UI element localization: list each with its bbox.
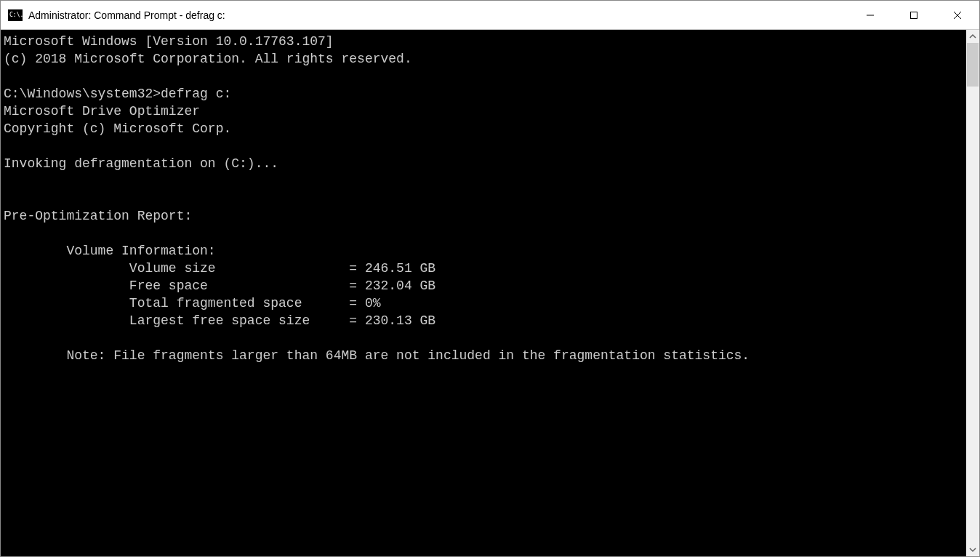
chevron-down-icon <box>969 546 976 553</box>
cmd-icon: C:\. <box>8 9 23 21</box>
close-icon <box>953 11 962 20</box>
maximize-icon <box>909 11 918 20</box>
terminal-line: Largest free space size = 230.13 GB <box>4 313 435 328</box>
terminal-line: Pre-Optimization Report: <box>4 209 192 223</box>
scrollbar-down-button[interactable] <box>966 543 979 556</box>
svg-rect-1 <box>911 12 917 18</box>
terminal-line: Note: File fragments larger than 64MB ar… <box>4 348 750 363</box>
maximize-button[interactable] <box>892 1 936 29</box>
scrollbar-up-button[interactable] <box>966 30 979 43</box>
scrollbar-thumb[interactable] <box>967 43 979 87</box>
terminal-line: Invoking defragmentation on (C:)... <box>4 156 278 171</box>
terminal-line: Free space = 232.04 GB <box>4 278 435 293</box>
window-title: Administrator: Command Prompt - defrag c… <box>28 9 848 21</box>
terminal-line: Volume size = 246.51 GB <box>4 261 435 276</box>
terminal-line: Volume Information: <box>4 244 216 258</box>
window-controls <box>848 1 979 29</box>
terminal-container: Microsoft Windows [Version 10.0.17763.10… <box>1 30 979 556</box>
terminal-line: Total fragmented space = 0% <box>4 296 380 310</box>
cmd-icon-text: C:\. <box>9 12 23 18</box>
chevron-up-icon <box>969 33 976 40</box>
terminal-line: Microsoft Windows [Version 10.0.17763.10… <box>4 34 334 49</box>
minimize-icon <box>866 11 875 20</box>
titlebar: C:\. Administrator: Command Prompt - def… <box>1 1 979 30</box>
terminal-line: (c) 2018 Microsoft Corporation. All righ… <box>4 52 412 66</box>
minimize-button[interactable] <box>848 1 892 29</box>
terminal-output[interactable]: Microsoft Windows [Version 10.0.17763.10… <box>1 30 966 556</box>
terminal-line: Copyright (c) Microsoft Corp. <box>4 121 231 136</box>
scrollbar[interactable] <box>966 30 979 556</box>
terminal-line: Microsoft Drive Optimizer <box>4 104 200 119</box>
close-button[interactable] <box>936 1 979 29</box>
terminal-line: C:\Windows\system32>defrag c: <box>4 87 231 101</box>
